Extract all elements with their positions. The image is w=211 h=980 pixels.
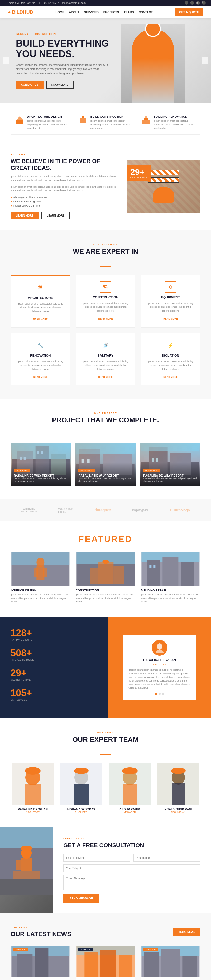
form-name-input[interactable] <box>63 854 130 862</box>
hero-prev-arrow[interactable]: ‹ <box>3 57 9 64</box>
projects-section: OUR PROJECT PROJECT THAT WE COMPLETE. RE… <box>0 399 211 499</box>
featured-desc-3: Ipsum dolor sit amet consectetur adipisc… <box>141 593 200 604</box>
get-quote-button[interactable]: GET A QUOTE <box>175 8 203 16</box>
member-role-4: TECHNICIAN <box>156 811 200 813</box>
dot-1 <box>155 693 157 695</box>
service-reno-title: BUILDING RENOVATION <box>153 115 196 118</box>
svg-rect-58 <box>74 784 89 805</box>
team-member-3: ABDUR RAHIM MANAGER <box>108 763 152 813</box>
expert-card-renovation: 🔧 RENOVATION Ipsum dolor sit amet consec… <box>11 333 70 385</box>
project-badge-1: RESIDENCE <box>14 469 30 473</box>
featured-card-construction: CONSTRUCTION Ipsum dolor sit amet consec… <box>76 552 136 604</box>
expert-isol-desc: Ipsum dolor sit amet consectetur adipisc… <box>147 360 194 371</box>
consultation-section: FREE CONSULT GET A FREE CONSULTATION SEN… <box>0 827 211 913</box>
about-years: 29+ OF EXPERIENCE <box>126 165 151 181</box>
expert-sanit-desc: Ipsum dolor sit amet consectetur adipisc… <box>82 360 129 371</box>
expert-title: WE ARE EXPERT IN <box>11 247 200 256</box>
topbar-social[interactable]: f t g in <box>185 1 206 5</box>
consult-tag: FREE CONSULT <box>63 837 200 840</box>
member-img-2 <box>59 763 103 805</box>
twitter-icon[interactable]: t <box>190 1 194 5</box>
equip-icon: ⚙ <box>165 282 176 293</box>
svg-rect-34 <box>34 568 38 577</box>
featured-title-3: BUILDING REPAIR <box>141 589 200 592</box>
nav-projects[interactable]: Projects <box>103 11 119 14</box>
stat-years: 29+ YEARS ACTIVE <box>11 668 98 681</box>
expert-sanit-link[interactable]: READ MORE <box>98 375 113 378</box>
form-message-textarea[interactable] <box>63 875 200 891</box>
testimonial-role: ARCHITECT <box>128 663 191 666</box>
project-card-1[interactable]: RESIDENCE RASALINA DE WILY RESORT Ipsum … <box>11 443 71 485</box>
hero-content: GENERAL CONSTRUCTION BUILD EVERYTHING YO… <box>16 33 111 89</box>
linkedin-icon[interactable]: in <box>202 1 206 5</box>
expert-equip-link[interactable]: READ MORE <box>163 317 178 320</box>
about-point-2: Construction Management <box>11 199 116 204</box>
stats-testimonial: RASALINA DE WILAN ARCHITECT Rasalin ipsu… <box>108 617 211 718</box>
member-img-4 <box>156 763 200 805</box>
news-badge-1: OUTDOOR <box>13 948 28 951</box>
featured-img-2 <box>76 552 136 586</box>
news-card-2: OUTDOOR HIGHQUALITY CONSTRUCTION SERVICE… <box>76 946 136 980</box>
google-icon[interactable]: g <box>196 1 200 5</box>
more-news-button[interactable]: MORE NEWS <box>173 928 200 936</box>
featured-img-3 <box>141 552 200 586</box>
svg-rect-0 <box>16 120 24 124</box>
svg-rect-6 <box>142 120 150 124</box>
expert-arch-link[interactable]: READ MORE <box>33 318 48 321</box>
svg-rect-79 <box>35 948 48 977</box>
brand-duragaze: duragaze <box>95 508 111 512</box>
member-img-1 <box>11 763 55 805</box>
expert-isol-link[interactable]: READ MORE <box>163 375 178 378</box>
featured-title-2: CONSTRUCTION <box>76 589 136 592</box>
featured-card-building-repair: BUILDING REPAIR Ipsum dolor sit amet con… <box>141 552 200 604</box>
project-overlay-3: RESIDENCE RASALINA DE WILY RESORT Ipsum … <box>140 462 200 485</box>
project-card-2[interactable]: RESIDENCE RASALINA DE WILY RESORT Ipsum … <box>75 443 136 485</box>
expert-reno-title: RENOVATION <box>17 354 64 358</box>
about-visual: 29+ OF EXPERIENCE <box>126 160 200 213</box>
facebook-icon[interactable]: f <box>185 1 188 5</box>
news-img-1: OUTDOOR <box>11 946 70 977</box>
about-desc1: Ipsum dolor sit amet consectetur adipisc… <box>11 175 116 182</box>
hero-worker-image <box>121 24 190 103</box>
svg-rect-90 <box>182 956 197 977</box>
expert-reno-link[interactable]: READ MORE <box>33 375 48 378</box>
stat-employees-num: 105+ <box>11 687 98 698</box>
member-img-3 <box>108 763 152 805</box>
logo: ● BILDHUB <box>8 10 33 15</box>
project-name-3: RASALINA DE WILY RESORT <box>143 474 197 477</box>
about-point-3: Project Delivery On Time <box>11 204 116 208</box>
svg-rect-14 <box>20 457 22 460</box>
form-budget-input[interactable] <box>133 854 200 862</box>
nav-about[interactable]: About <box>69 11 79 14</box>
about-learn-more-button[interactable]: LEARN MORE <box>11 212 39 220</box>
about-learn-more-2-button[interactable]: LEARN MORE <box>42 212 70 220</box>
project-sub-3: Ipsum dolor sit amet consectetur adipisc… <box>143 477 197 482</box>
expert-constr-link[interactable]: READ MORE <box>98 317 113 320</box>
news-img-2: OUTDOOR <box>76 946 136 977</box>
expert-constr-title: CONSTRUCTION <box>82 296 129 299</box>
project-card-3[interactable]: RESIDENCE RASALINA DE WILY RESORT Ipsum … <box>140 443 200 485</box>
svg-point-59 <box>74 768 89 774</box>
dot-2 <box>158 693 161 695</box>
svg-point-75 <box>21 846 32 851</box>
nav-home[interactable]: Home <box>55 11 64 14</box>
nav-teams[interactable]: Teams <box>124 11 134 14</box>
hero-next-arrow[interactable]: › <box>202 57 208 64</box>
news-content-1: HIGHQUALITY CONSTRUCTION SERVICES FOR YO… <box>11 977 70 980</box>
nav-services[interactable]: Services <box>84 11 98 14</box>
project-name-1: RASALINA DE WILY RESORT <box>14 474 68 477</box>
expert-card-architecture: 🏛 ARCHITECTURE Ipsum dolor sit amet cons… <box>11 275 70 328</box>
years-number: 29+ <box>130 168 147 176</box>
svg-rect-53 <box>25 784 41 805</box>
svg-rect-15 <box>24 457 26 460</box>
member-name-1: RASALINA DE WILAN <box>11 808 55 811</box>
svg-point-49 <box>157 643 162 650</box>
nav-contact[interactable]: Contact <box>139 11 153 14</box>
team-grid: RASALINA DE WILAN ARCHITECT MOHAMADE ZYK… <box>11 763 200 813</box>
hero-contact-button[interactable]: CONTACT US <box>16 81 43 89</box>
form-submit-button[interactable]: SEND MESSAGE <box>63 894 99 902</box>
hero-know-more-button[interactable]: KNOW MORE <box>46 81 74 89</box>
featured-card-interior: INTERIOR DESIGN Ipsum dolor sit amet con… <box>11 552 70 604</box>
form-subject-input[interactable] <box>63 864 200 872</box>
stat-clients-label: HAPPY CLIENTS <box>11 639 98 641</box>
